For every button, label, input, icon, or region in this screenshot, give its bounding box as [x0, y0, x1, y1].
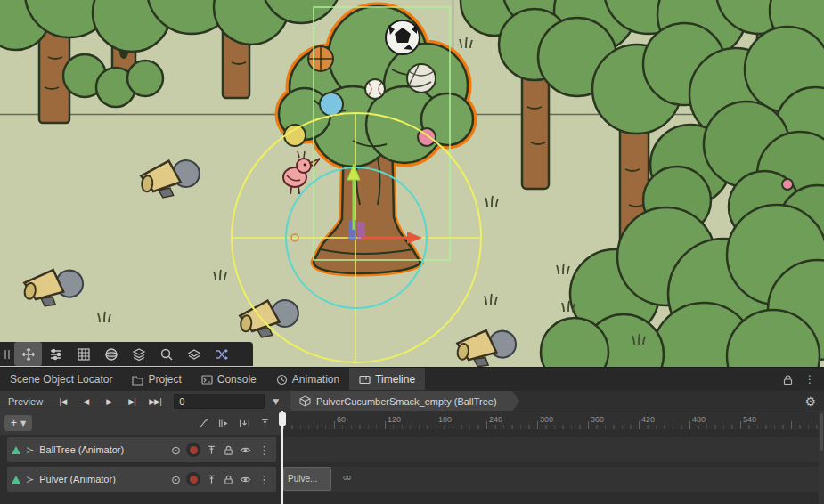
sliders-tool-icon[interactable]: [42, 342, 69, 366]
lock-icon[interactable]: [223, 474, 234, 485]
infinite-clip-icon: ∞: [342, 470, 352, 484]
scene-canvas[interactable]: [0, 0, 824, 367]
record-button[interactable]: [186, 443, 200, 457]
track-list: ≻ BallTree (Animator) ⊙ ⋮ Pulve...∞ ≻ Pu…: [0, 437, 824, 504]
go-to-start-button[interactable]: |◀: [51, 397, 74, 406]
soccer-ball[interactable]: [386, 20, 420, 54]
shuffle-tool-icon[interactable]: [208, 342, 235, 366]
next-frame-button[interactable]: ▶|: [120, 397, 143, 406]
track-header[interactable]: ≻ BallTree (Animator) ⊙ ⋮: [7, 437, 276, 462]
volleyball[interactable]: [407, 64, 436, 93]
ruler-label: 300: [540, 415, 553, 424]
frame-dropdown-caret[interactable]: ▼: [265, 397, 287, 406]
pink-fruit: [782, 179, 793, 190]
eye-icon[interactable]: [240, 444, 251, 456]
track-menu-icon[interactable]: ⋮: [257, 443, 272, 457]
gear-icon[interactable]: ⚙: [796, 394, 824, 409]
animation-track-icon: [12, 476, 20, 484]
ruler-label: 60: [337, 415, 346, 424]
frame-number-field[interactable]: [174, 394, 265, 409]
timeline-view-options: [198, 418, 283, 429]
scene-toolbar: [0, 342, 253, 366]
console-icon: [201, 374, 213, 386]
zoom-tool-icon[interactable]: [152, 342, 180, 366]
timeline-track[interactable]: Pulve...∞ ≻ Pulver (Animator) ⊙ ⋮: [0, 467, 824, 492]
tab-scene-object-locator[interactable]: Scene Object Locator: [0, 368, 122, 391]
go-to-end-button[interactable]: ▶▶|: [143, 397, 167, 406]
pin-icon[interactable]: [206, 474, 217, 485]
breadcrumb-segment[interactable]: PulverCucumberSmack_empty (BallTree): [290, 391, 520, 411]
marker-pin-icon[interactable]: [259, 418, 271, 429]
grid-tool-icon[interactable]: [69, 342, 97, 366]
track-menu-icon[interactable]: ⋮: [257, 473, 272, 486]
animation-track-icon: [12, 446, 20, 454]
playhead-handle[interactable]: [279, 412, 286, 426]
ruler-label: 480: [692, 415, 706, 424]
tab-label: Console: [217, 373, 257, 386]
scene-view[interactable]: [0, 0, 824, 367]
timeline-header-left: + ▼: [0, 411, 283, 435]
ruler-label: 120: [388, 415, 401, 424]
tab-label: Project: [148, 373, 181, 386]
clip-edit-mode-icon[interactable]: [218, 418, 230, 429]
ruler-label: 360: [591, 415, 604, 424]
panel-tab-bar: Scene Object Locator Project Console Ani…: [0, 367, 824, 391]
breadcrumb: PulverCucumberSmack_empty (BallTree) ⚙: [290, 391, 824, 411]
clock-icon: [276, 374, 288, 386]
track-name: Pulver (Animator): [39, 474, 166, 484]
track-binding-icon: ≻: [26, 474, 34, 485]
kebab-menu-icon[interactable]: ⋮: [804, 373, 815, 386]
track-clip-lane[interactable]: Pulve...∞: [283, 467, 819, 492]
add-track-plus: +: [11, 417, 17, 429]
timeline-track[interactable]: ≻ BallTree (Animator) ⊙ ⋮: [0, 437, 824, 462]
tab-label: Animation: [292, 373, 339, 386]
insert-frame-icon[interactable]: [239, 418, 250, 429]
timeline-ruler[interactable]: 60120180240300360420480540: [283, 411, 819, 429]
play-button[interactable]: ▶: [97, 397, 120, 406]
tab-console[interactable]: Console: [192, 368, 266, 391]
unity-editor: Scene Object Locator Project Console Ani…: [0, 0, 824, 504]
ruler-label: 240: [489, 415, 502, 424]
timeline-toolbar: Preview |◀ ◀ ▶ ▶| ▶▶| ▼ PulverCucumberSm…: [0, 390, 824, 411]
ruler-label: 540: [743, 415, 756, 424]
curves-view-icon[interactable]: [198, 418, 209, 429]
tab-label: Scene Object Locator: [10, 373, 112, 386]
stack-tool-icon[interactable]: [125, 342, 152, 366]
track-header[interactable]: ≻ Pulver (Animator) ⊙ ⋮: [7, 467, 276, 492]
yellow-ball[interactable]: [284, 125, 306, 146]
track-clip-lane[interactable]: [283, 437, 819, 462]
eye-icon[interactable]: [240, 474, 251, 485]
timeline-panel: + ▼ 60120180240300360420480540 ≻ BallTre…: [0, 411, 824, 504]
tab-animation[interactable]: Animation: [266, 368, 349, 391]
track-target-icon[interactable]: ⊙: [171, 443, 181, 457]
move-tool-icon[interactable]: [14, 342, 42, 366]
timeline-clip[interactable]: Pulve...: [283, 467, 331, 491]
lock-icon[interactable]: [223, 444, 234, 456]
ruler-label: 180: [438, 415, 452, 424]
folder-icon: [132, 374, 143, 386]
baseball[interactable]: [365, 79, 385, 99]
lock-icon[interactable]: [782, 374, 794, 386]
tab-project[interactable]: Project: [122, 368, 191, 391]
sphere-tool-icon[interactable]: [97, 342, 125, 366]
track-binding-icon: ≻: [26, 444, 34, 456]
track-name: BallTree (Animator): [39, 444, 166, 455]
previous-frame-button[interactable]: ◀: [74, 397, 97, 406]
breadcrumb-label: PulverCucumberSmack_empty (BallTree): [316, 396, 497, 407]
pin-icon[interactable]: [206, 444, 217, 456]
preview-toggle[interactable]: Preview: [0, 396, 51, 407]
prefab-cube-icon: [299, 395, 311, 407]
scrollbar-thumb[interactable]: [820, 413, 823, 451]
blue-ball[interactable]: [320, 93, 343, 116]
basketball[interactable]: [308, 46, 333, 71]
record-button[interactable]: [186, 472, 200, 486]
add-track-caret: ▼: [20, 419, 26, 427]
ruler-label: 420: [641, 415, 655, 424]
track-target-icon[interactable]: ⊙: [171, 473, 181, 486]
layers-tool-icon[interactable]: [180, 342, 208, 366]
playhead[interactable]: [281, 411, 283, 504]
timeline-scrollbar[interactable]: [819, 411, 824, 504]
add-track-button[interactable]: + ▼: [4, 415, 32, 431]
tab-timeline[interactable]: Timeline: [349, 368, 425, 391]
toolbar-grip-icon[interactable]: [0, 342, 14, 366]
